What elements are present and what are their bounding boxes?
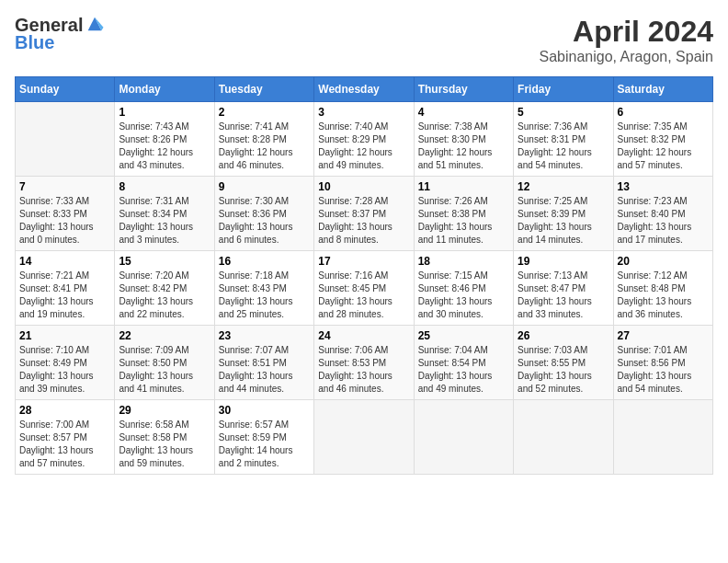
day-number: 29: [119, 404, 210, 417]
day-number: 9: [219, 180, 310, 193]
day-number: 6: [618, 106, 709, 119]
calendar-week-3: 14Sunrise: 7:21 AMSunset: 8:41 PMDayligh…: [16, 251, 713, 326]
calendar-cell: 11Sunrise: 7:26 AMSunset: 8:38 PMDayligh…: [414, 177, 513, 251]
day-number: 3: [318, 106, 409, 119]
day-number: 15: [119, 255, 210, 268]
day-info: Sunrise: 7:30 AMSunset: 8:36 PMDaylight:…: [219, 195, 310, 247]
calendar-cell: 7Sunrise: 7:33 AMSunset: 8:33 PMDaylight…: [16, 177, 115, 251]
weekday-header-tuesday: Tuesday: [214, 77, 313, 102]
day-info: Sunrise: 7:06 AMSunset: 8:53 PMDaylight:…: [318, 344, 409, 396]
calendar-cell: 16Sunrise: 7:18 AMSunset: 8:43 PMDayligh…: [214, 251, 313, 326]
day-info: Sunrise: 7:12 AMSunset: 8:48 PMDaylight:…: [618, 270, 709, 321]
calendar-cell: 21Sunrise: 7:10 AMSunset: 8:49 PMDayligh…: [16, 326, 115, 400]
calendar-cell: 17Sunrise: 7:16 AMSunset: 8:45 PMDayligh…: [314, 251, 414, 326]
calendar-cell: 29Sunrise: 6:58 AMSunset: 8:58 PMDayligh…: [115, 400, 214, 475]
day-info: Sunrise: 7:04 AMSunset: 8:54 PMDaylight:…: [418, 344, 509, 396]
day-info: Sunrise: 7:10 AMSunset: 8:49 PMDaylight:…: [19, 344, 110, 396]
logo: General Blue: [15, 15, 105, 53]
calendar-body: 1Sunrise: 7:43 AMSunset: 8:26 PMDaylight…: [16, 102, 713, 475]
calendar-week-2: 7Sunrise: 7:33 AMSunset: 8:33 PMDaylight…: [16, 177, 713, 251]
day-info: Sunrise: 7:21 AMSunset: 8:41 PMDaylight:…: [19, 270, 110, 321]
day-info: Sunrise: 7:15 AMSunset: 8:46 PMDaylight:…: [418, 270, 509, 321]
calendar-cell: [613, 400, 712, 475]
calendar-cell: 9Sunrise: 7:30 AMSunset: 8:36 PMDaylight…: [214, 177, 313, 251]
day-number: 1: [119, 106, 210, 119]
day-info: Sunrise: 7:25 AMSunset: 8:39 PMDaylight:…: [518, 195, 609, 247]
day-info: Sunrise: 7:43 AMSunset: 8:26 PMDaylight:…: [119, 121, 210, 172]
location-subtitle: Sabinanigo, Aragon, Spain: [540, 49, 713, 65]
day-number: 24: [318, 329, 409, 342]
day-number: 28: [19, 404, 110, 417]
calendar-cell: 28Sunrise: 7:00 AMSunset: 8:57 PMDayligh…: [16, 400, 115, 475]
month-title: April 2024: [540, 15, 713, 49]
calendar-cell: 20Sunrise: 7:12 AMSunset: 8:48 PMDayligh…: [613, 251, 712, 326]
weekday-header-row: SundayMondayTuesdayWednesdayThursdayFrid…: [16, 77, 713, 102]
day-number: 26: [518, 329, 609, 342]
calendar-cell: 22Sunrise: 7:09 AMSunset: 8:50 PMDayligh…: [115, 326, 214, 400]
day-info: Sunrise: 7:07 AMSunset: 8:51 PMDaylight:…: [219, 344, 310, 396]
day-number: 11: [418, 180, 509, 193]
calendar-cell: 1Sunrise: 7:43 AMSunset: 8:26 PMDaylight…: [115, 102, 214, 177]
calendar-cell: 25Sunrise: 7:04 AMSunset: 8:54 PMDayligh…: [414, 326, 513, 400]
day-number: 7: [19, 180, 110, 193]
day-number: 20: [618, 255, 709, 268]
calendar-cell: [414, 400, 513, 475]
calendar-cell: [16, 102, 115, 177]
calendar-cell: 12Sunrise: 7:25 AMSunset: 8:39 PMDayligh…: [514, 177, 613, 251]
calendar-week-1: 1Sunrise: 7:43 AMSunset: 8:26 PMDaylight…: [16, 102, 713, 177]
calendar-cell: 19Sunrise: 7:13 AMSunset: 8:47 PMDayligh…: [514, 251, 613, 326]
day-info: Sunrise: 7:00 AMSunset: 8:57 PMDaylight:…: [19, 419, 110, 470]
calendar-cell: [314, 400, 414, 475]
day-info: Sunrise: 7:09 AMSunset: 8:50 PMDaylight:…: [119, 344, 210, 396]
day-info: Sunrise: 7:40 AMSunset: 8:29 PMDaylight:…: [318, 121, 409, 172]
day-number: 17: [318, 255, 409, 268]
day-info: Sunrise: 7:13 AMSunset: 8:47 PMDaylight:…: [518, 270, 609, 321]
day-info: Sunrise: 7:01 AMSunset: 8:56 PMDaylight:…: [618, 344, 709, 396]
calendar-cell: 15Sunrise: 7:20 AMSunset: 8:42 PMDayligh…: [115, 251, 214, 326]
calendar-cell: 14Sunrise: 7:21 AMSunset: 8:41 PMDayligh…: [16, 251, 115, 326]
calendar-cell: 18Sunrise: 7:15 AMSunset: 8:46 PMDayligh…: [414, 251, 513, 326]
calendar-cell: 26Sunrise: 7:03 AMSunset: 8:55 PMDayligh…: [514, 326, 613, 400]
calendar-table: SundayMondayTuesdayWednesdayThursdayFrid…: [15, 76, 713, 475]
day-info: Sunrise: 7:23 AMSunset: 8:40 PMDaylight:…: [618, 195, 709, 247]
day-number: 25: [418, 329, 509, 342]
day-info: Sunrise: 7:03 AMSunset: 8:55 PMDaylight:…: [518, 344, 609, 396]
calendar-cell: 8Sunrise: 7:31 AMSunset: 8:34 PMDaylight…: [115, 177, 214, 251]
day-number: 21: [19, 329, 110, 342]
day-number: 22: [119, 329, 210, 342]
calendar-cell: 2Sunrise: 7:41 AMSunset: 8:28 PMDaylight…: [214, 102, 313, 177]
day-number: 10: [318, 180, 409, 193]
weekday-header-monday: Monday: [115, 77, 214, 102]
day-info: Sunrise: 7:26 AMSunset: 8:38 PMDaylight:…: [418, 195, 509, 247]
calendar-cell: 5Sunrise: 7:36 AMSunset: 8:31 PMDaylight…: [514, 102, 613, 177]
calendar-cell: 23Sunrise: 7:07 AMSunset: 8:51 PMDayligh…: [214, 326, 313, 400]
calendar-week-5: 28Sunrise: 7:00 AMSunset: 8:57 PMDayligh…: [16, 400, 713, 475]
day-number: 30: [219, 404, 310, 417]
calendar-cell: 4Sunrise: 7:38 AMSunset: 8:30 PMDaylight…: [414, 102, 513, 177]
day-number: 23: [219, 329, 310, 342]
day-number: 5: [518, 106, 609, 119]
weekday-header-saturday: Saturday: [613, 77, 712, 102]
calendar-week-4: 21Sunrise: 7:10 AMSunset: 8:49 PMDayligh…: [16, 326, 713, 400]
logo-icon: [85, 14, 105, 34]
day-number: 8: [119, 180, 210, 193]
day-info: Sunrise: 6:58 AMSunset: 8:58 PMDaylight:…: [119, 419, 210, 470]
day-number: 14: [19, 255, 110, 268]
calendar-cell: 3Sunrise: 7:40 AMSunset: 8:29 PMDaylight…: [314, 102, 414, 177]
day-number: 27: [618, 329, 709, 342]
calendar-cell: 13Sunrise: 7:23 AMSunset: 8:40 PMDayligh…: [613, 177, 712, 251]
day-info: Sunrise: 7:41 AMSunset: 8:28 PMDaylight:…: [219, 121, 310, 172]
day-info: Sunrise: 7:18 AMSunset: 8:43 PMDaylight:…: [219, 270, 310, 321]
day-info: Sunrise: 7:33 AMSunset: 8:33 PMDaylight:…: [19, 195, 110, 247]
weekday-header-friday: Friday: [514, 77, 613, 102]
day-number: 19: [518, 255, 609, 268]
calendar-cell: 10Sunrise: 7:28 AMSunset: 8:37 PMDayligh…: [314, 177, 414, 251]
weekday-header-wednesday: Wednesday: [314, 77, 414, 102]
day-info: Sunrise: 7:31 AMSunset: 8:34 PMDaylight:…: [119, 195, 210, 247]
page-header: General Blue April 2024 Sabinanigo, Arag…: [15, 15, 713, 65]
day-number: 13: [618, 180, 709, 193]
day-number: 18: [418, 255, 509, 268]
calendar-cell: [514, 400, 613, 475]
weekday-header-thursday: Thursday: [414, 77, 513, 102]
day-number: 12: [518, 180, 609, 193]
